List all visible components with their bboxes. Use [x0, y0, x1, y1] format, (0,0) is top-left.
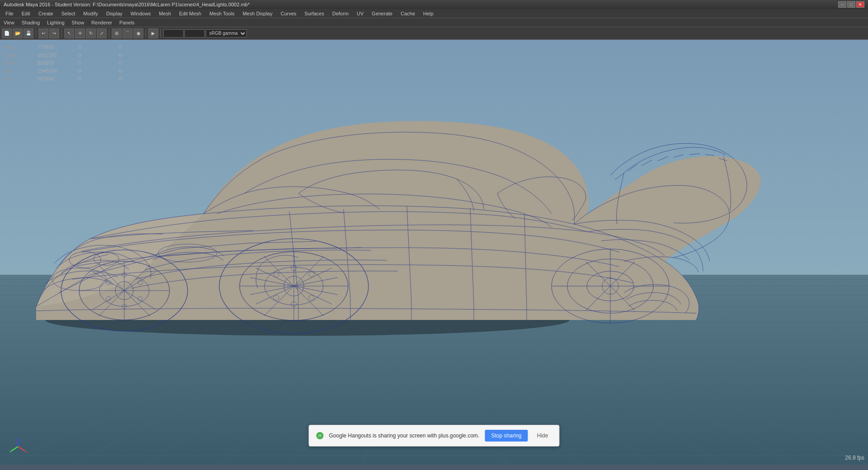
stop-sharing-button[interactable]: Stop sharing [485, 430, 528, 442]
menu-windows[interactable]: Windows [127, 10, 155, 17]
axis-indicator: X Y Z [9, 437, 27, 456]
faces-c1: 0 [78, 59, 105, 67]
toolbar: 📄 📂 💾 ↩ ↪ ↖ ✛ ↻ ⤢ ⊞ ⌒ ◉ ▶ 0.00 1.00 sRGB… [0, 27, 868, 40]
toolbar-render[interactable]: ▶ [148, 28, 158, 38]
menu-edit[interactable]: Edit [18, 10, 34, 17]
menu-mesh-display[interactable]: Mesh Display [239, 10, 276, 17]
edges-c2: 0 [119, 52, 146, 60]
sec-menu-renderer[interactable]: Renderer [91, 20, 112, 25]
toolbar-select[interactable]: ↖ [64, 28, 74, 38]
menu-cache[interactable]: Cache [397, 10, 419, 17]
sec-menu-show[interactable]: Show [72, 20, 85, 25]
hangouts-icon: H [316, 432, 324, 439]
toolbar-save[interactable]: 💾 [24, 28, 33, 38]
edges-value: 1511372 [38, 52, 65, 60]
toolbar-rotate[interactable]: ↻ [86, 28, 96, 38]
viewport[interactable]: Verts: 775930 0 0 Edges: 1511372 0 0 Fac… [0, 40, 868, 465]
gamma-dropdown[interactable]: sRGB gamma [206, 29, 247, 38]
menu-help[interactable]: Help [420, 10, 437, 17]
svg-text:Z: Z [16, 437, 19, 440]
edges-label: Edges: [4, 52, 24, 60]
tris-c1: 0 [78, 67, 105, 75]
hide-button[interactable]: Hide [533, 430, 552, 442]
toolbar-new[interactable]: 📄 [2, 28, 12, 38]
stats-overlay: Verts: 775930 0 0 Edges: 1511372 0 0 Fac… [4, 43, 146, 83]
menu-create[interactable]: Create [35, 10, 57, 17]
menu-bar: File Edit Create Select Modify Display W… [0, 9, 868, 18]
menu-mesh[interactable]: Mesh [155, 10, 175, 17]
tris-value: 1343164 [38, 67, 65, 75]
toolbar-sep1 [36, 29, 36, 38]
uvs-c2: 0 [119, 75, 146, 83]
close-button[interactable]: ✕ [856, 1, 864, 8]
toolbar-scale[interactable]: ⤢ [97, 28, 107, 38]
fps-counter: 26.9 fps [845, 455, 864, 461]
hangouts-notification: H Google Hangouts is sharing your screen… [309, 425, 560, 446]
toolbar-open[interactable]: 📂 [13, 28, 23, 38]
menu-uv[interactable]: UV [353, 10, 367, 17]
svg-line-54 [11, 446, 18, 451]
verts-c1: 0 [78, 43, 105, 52]
toolbar-sep4 [146, 29, 146, 38]
hangouts-message: Google Hangouts is sharing your screen w… [329, 432, 480, 439]
tris-c2: 0 [119, 67, 146, 75]
uvs-c1: 0 [78, 75, 105, 83]
toolbar-snap-curve[interactable]: ⌒ [123, 28, 132, 38]
menu-curves[interactable]: Curves [277, 10, 300, 17]
menu-modify[interactable]: Modify [80, 10, 101, 17]
toolbar-snap-grid[interactable]: ⊞ [112, 28, 122, 38]
svg-text:X: X [25, 450, 27, 454]
toolbar-value2[interactable]: 1.00 [184, 29, 205, 38]
svg-line-52 [18, 446, 25, 451]
menu-deform[interactable]: Deform [329, 10, 352, 17]
menu-generate[interactable]: Generate [368, 10, 396, 17]
svg-text:Y: Y [9, 450, 12, 454]
secondary-menu-bar: View Shading Lighting Show Renderer Pane… [0, 18, 868, 27]
toolbar-sep2 [61, 29, 62, 38]
sec-menu-lighting[interactable]: Lighting [47, 20, 65, 25]
menu-edit-mesh[interactable]: Edit Mesh [175, 10, 205, 17]
fps-value: 26.9 fps [845, 455, 864, 461]
verts-c2: 0 [119, 43, 146, 52]
toolbar-snap-point[interactable]: ◉ [133, 28, 143, 38]
minimize-button[interactable]: ─ [838, 1, 846, 8]
toolbar-sep5 [160, 29, 161, 38]
faces-c2: 0 [119, 59, 146, 67]
menu-file[interactable]: File [2, 10, 17, 17]
verts-value: 775930 [38, 43, 65, 52]
tris-label: Tris: [4, 67, 24, 75]
menu-display[interactable]: Display [103, 10, 126, 17]
verts-label: Verts: [4, 43, 24, 52]
toolbar-value1[interactable]: 0.00 [163, 29, 184, 38]
uvs-value: 581650 [38, 75, 65, 83]
menu-surfaces[interactable]: Surfaces [301, 10, 328, 17]
toolbar-sep3 [109, 29, 109, 38]
title-text: Autodesk Maya 2016 - Student Version: F:… [4, 2, 250, 7]
menu-select[interactable]: Select [58, 10, 79, 17]
faces-value: 826572 [38, 59, 65, 67]
maximize-button[interactable]: □ [847, 1, 855, 8]
sec-menu-panels[interactable]: Panels [119, 20, 135, 25]
sec-menu-shading[interactable]: Shading [22, 20, 40, 25]
menu-mesh-tools[interactable]: Mesh Tools [206, 10, 238, 17]
toolbar-move[interactable]: ✛ [75, 28, 85, 38]
faces-label: Faces: [4, 59, 24, 67]
edges-c1: 0 [78, 52, 105, 60]
toolbar-redo[interactable]: ↪ [49, 28, 59, 38]
sec-menu-view[interactable]: View [4, 20, 14, 25]
viewport-render [0, 40, 868, 465]
window-controls: ─ □ ✕ [838, 1, 864, 8]
title-bar: Autodesk Maya 2016 - Student Version: F:… [0, 0, 868, 9]
uvs-label: UVs: [4, 75, 24, 83]
toolbar-undo[interactable]: ↩ [38, 28, 48, 38]
